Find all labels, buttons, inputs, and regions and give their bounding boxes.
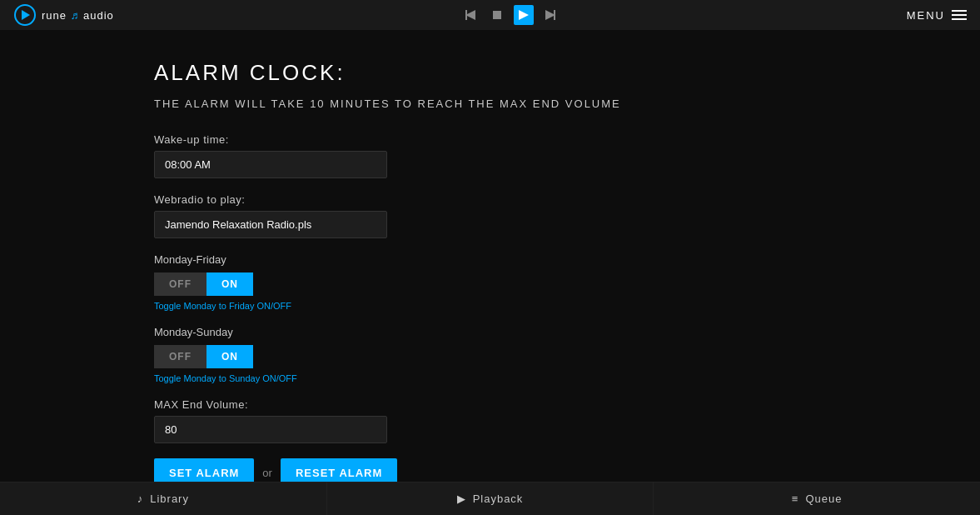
- reset-alarm-button[interactable]: RESET ALARM: [281, 458, 397, 482]
- mon-fri-on-button[interactable]: ON: [206, 272, 253, 296]
- logo-text: rune ♬ audio: [42, 9, 114, 22]
- logo-area: rune ♬ audio: [13, 3, 114, 27]
- next-button[interactable]: [540, 5, 560, 25]
- wakeup-time-input[interactable]: [154, 151, 387, 178]
- play-button[interactable]: [514, 5, 534, 25]
- webradio-group: Webradio to play:: [154, 193, 826, 238]
- mon-fri-toggle-link[interactable]: Toggle Monday to Friday ON/OFF: [154, 301, 826, 311]
- mon-fri-group: Monday-Friday OFF ON Toggle Monday to Fr…: [154, 253, 826, 311]
- max-volume-input[interactable]: [154, 416, 387, 443]
- playback-label: Playback: [473, 492, 524, 505]
- library-icon: ♪: [137, 492, 144, 505]
- max-volume-group: MAX End Volume:: [154, 398, 826, 443]
- mon-sun-off-button[interactable]: OFF: [154, 345, 206, 368]
- svg-rect-2: [465, 10, 467, 20]
- queue-nav-item[interactable]: ≡ Queue: [654, 482, 980, 515]
- library-nav-item[interactable]: ♪ Library: [0, 482, 327, 515]
- main-content: ALARM CLOCK: THE ALARM WILL TAKE 10 MINU…: [0, 30, 980, 482]
- page-title: ALARM CLOCK:: [154, 60, 826, 86]
- mon-fri-label: Monday-Friday: [154, 253, 826, 266]
- svg-rect-6: [554, 10, 555, 20]
- wakeup-time-label: Wake-up time:: [154, 133, 826, 146]
- queue-label: Queue: [805, 492, 842, 505]
- mon-sun-toggle-group: OFF ON: [154, 345, 826, 368]
- bottom-navigation: ♪ Library ▶ Playback ≡ Queue: [0, 482, 980, 515]
- queue-icon: ≡: [792, 492, 799, 505]
- set-alarm-button[interactable]: SET ALARM: [154, 458, 254, 482]
- playback-nav-item[interactable]: ▶ Playback: [327, 482, 654, 515]
- svg-rect-3: [493, 11, 501, 19]
- wakeup-time-group: Wake-up time:: [154, 133, 826, 178]
- menu-area[interactable]: MENU: [907, 9, 967, 22]
- action-row: SET ALARM or RESET ALARM: [154, 458, 826, 482]
- playback-icon: ▶: [457, 492, 466, 505]
- library-label: Library: [150, 492, 189, 505]
- webradio-input[interactable]: [154, 211, 387, 238]
- mon-sun-group: Monday-Sunday OFF ON Toggle Monday to Su…: [154, 326, 826, 383]
- prev-button[interactable]: [460, 5, 480, 25]
- hamburger-icon[interactable]: [952, 10, 967, 20]
- top-navigation: rune ♬ audio MENU: [0, 0, 980, 30]
- webradio-label: Webradio to play:: [154, 193, 826, 206]
- max-volume-label: MAX End Volume:: [154, 398, 826, 411]
- mon-sun-label: Monday-Sunday: [154, 326, 826, 338]
- mon-sun-on-button[interactable]: ON: [206, 345, 253, 368]
- or-separator: or: [262, 467, 272, 479]
- transport-controls: [460, 5, 560, 25]
- svg-marker-4: [519, 10, 529, 20]
- mon-fri-toggle-group: OFF ON: [154, 272, 826, 296]
- rune-audio-logo-icon: [13, 3, 37, 27]
- mon-sun-toggle-link[interactable]: Toggle Monday to Sunday ON/OFF: [154, 373, 826, 383]
- page-subtitle: THE ALARM WILL TAKE 10 MINUTES TO REACH …: [154, 98, 826, 110]
- stop-button[interactable]: [487, 5, 507, 25]
- menu-label: MENU: [907, 9, 945, 22]
- mon-fri-off-button[interactable]: OFF: [154, 272, 206, 296]
